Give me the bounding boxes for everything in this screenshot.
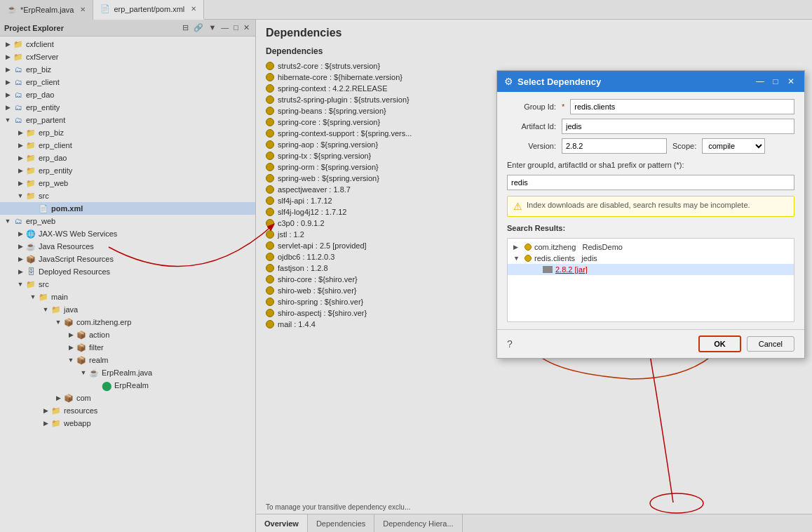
- cancel-button[interactable]: Cancel: [747, 336, 794, 352]
- modal-gear-icon: ⚙: [504, 76, 513, 87]
- results-tree: ▶ com.itzheng RedisDemo ▼ redis.clients …: [507, 238, 794, 322]
- redis-clients-arrow-icon: ▼: [513, 255, 522, 262]
- com-itzheng-arrow-icon: ▶: [513, 244, 522, 251]
- com-itzheng-text: com.itzheng RedisDemo: [534, 243, 623, 251]
- version-label: Version:: [507, 142, 556, 150]
- warning-text: Index downloads are disabled, search res…: [527, 201, 750, 209]
- artifact-id-label: Artifact Id:: [507, 122, 556, 131]
- modal-minimize-btn[interactable]: —: [754, 75, 766, 88]
- artifact-id-input[interactable]: [562, 119, 794, 134]
- search-label: Enter groupId, artifactId or sha1 prefix…: [507, 161, 794, 169]
- result-redis-clients[interactable]: ▼ redis.clients jedis: [508, 253, 794, 264]
- group-id-row: Group Id: *: [507, 99, 794, 114]
- select-dependency-dialog: ⚙ Select Dependency — □ ✕ Group Id: * Ar…: [496, 70, 805, 359]
- modal-title: Select Dependency: [517, 77, 751, 87]
- modal-overlay: ⚙ Select Dependency — □ ✕ Group Id: * Ar…: [0, 0, 812, 532]
- modal-header: ⚙ Select Dependency — □ ✕: [497, 71, 804, 92]
- scope-select[interactable]: compile provided runtime test: [702, 138, 765, 154]
- modal-footer: ? OK Cancel: [497, 329, 804, 358]
- version-scope-row: Version: Scope: compile provided runtime…: [507, 138, 794, 154]
- results-label: Search Results:: [507, 224, 794, 232]
- redis-clients-text: redis.clients jedis: [534, 254, 597, 262]
- com-itzheng-bullet: [525, 244, 532, 251]
- group-id-label: Group Id:: [507, 102, 556, 111]
- warning-icon: ⚠: [513, 201, 522, 212]
- version-input[interactable]: [562, 138, 667, 154]
- redis-clients-bullet: [525, 255, 532, 262]
- search-input[interactable]: [507, 175, 794, 190]
- jedis-jar-icon: [543, 266, 553, 273]
- group-id-input[interactable]: [570, 99, 794, 114]
- help-icon[interactable]: ?: [507, 338, 513, 350]
- artifact-id-row: Artifact Id:: [507, 119, 794, 134]
- ok-button[interactable]: OK: [698, 335, 741, 352]
- result-com-itzheng[interactable]: ▶ com.itzheng RedisDemo: [508, 241, 794, 253]
- modal-body: Group Id: * Artifact Id: Version: Scope:…: [497, 92, 804, 329]
- result-jedis-jar[interactable]: 2.8.2 [jar]: [508, 264, 794, 275]
- modal-maximize-btn[interactable]: □: [769, 75, 782, 88]
- scope-label: Scope:: [672, 142, 696, 150]
- group-id-required: *: [562, 102, 564, 111]
- warning-box: ⚠ Index downloads are disabled, search r…: [507, 196, 794, 217]
- modal-close-btn[interactable]: ✕: [785, 75, 797, 88]
- jedis-jar-text: 2.8.2 [jar]: [555, 265, 588, 274]
